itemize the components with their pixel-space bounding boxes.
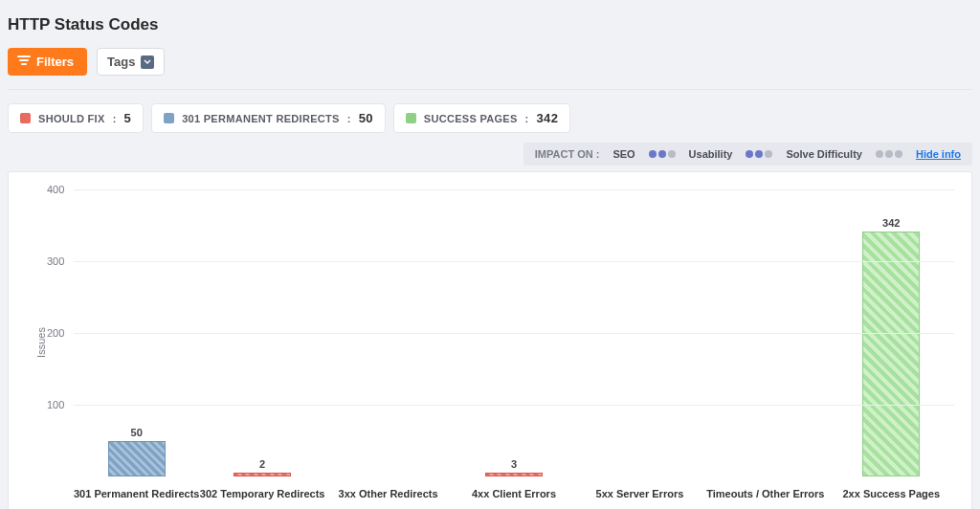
impact-usability-label: Usability — [689, 148, 733, 160]
gridline — [74, 261, 954, 262]
bar-value-label: 2 — [259, 458, 265, 470]
swatch-green — [406, 113, 416, 123]
y-tick-label: 400 — [47, 184, 64, 195]
legend-count: 50 — [359, 111, 373, 125]
impact-bar: IMPACT ON : SEO Usability Solve Difficul… — [523, 143, 972, 166]
filters-label: Filters — [36, 55, 74, 69]
bar[interactable]: 342 — [862, 232, 920, 477]
x-tick-label: 2xx Success Pages — [829, 488, 954, 499]
tags-label: Tags — [107, 55, 135, 69]
hide-info-link[interactable]: Hide info — [916, 148, 961, 160]
divider — [8, 89, 972, 90]
legend-count: 342 — [537, 111, 559, 125]
legend-pill-301[interactable]: 301 PERMANENT REDIRECTS: 50 — [151, 103, 386, 133]
bar-value-label: 342 — [882, 217, 900, 229]
gridline — [74, 405, 954, 406]
y-tick-label: 100 — [47, 399, 64, 410]
gridline — [74, 333, 954, 334]
toolbar: Filters Tags — [8, 48, 972, 76]
legend-label: 301 PERMANENT REDIRECTS — [182, 113, 340, 124]
legend-pill-should-fix[interactable]: SHOULD FIX: 5 — [8, 103, 144, 133]
plot-area: 5023342 100200300400 — [74, 189, 954, 476]
swatch-red — [20, 113, 31, 123]
legend-count: 5 — [124, 111, 132, 125]
bar[interactable]: 2 — [234, 473, 291, 476]
chart-panel: Issues 5023342 100200300400 301 Permanen… — [8, 171, 972, 509]
usability-rating-icon — [746, 150, 772, 158]
page-title: HTTP Status Codes — [8, 15, 972, 34]
x-tick-label: Timeouts / Other Errors — [702, 488, 828, 499]
seo-rating-icon — [649, 150, 676, 158]
y-tick-label: 200 — [47, 327, 64, 339]
tags-button[interactable]: Tags — [97, 48, 165, 76]
x-tick-label: 4xx Client Errors — [451, 488, 576, 499]
solve-rating-icon — [876, 150, 902, 158]
y-axis-label: Issues — [35, 327, 47, 358]
x-tick-label: 3xx Other Redirects — [325, 488, 451, 499]
legend-pill-success[interactable]: SUCCESS PAGES: 342 — [393, 103, 570, 133]
legend-label: SUCCESS PAGES — [424, 113, 518, 124]
impact-on-label: IMPACT ON : — [535, 148, 600, 160]
bar[interactable]: 50 — [108, 441, 166, 477]
bar-value-label: 50 — [131, 427, 143, 438]
chart: Issues 5023342 100200300400 301 Permanen… — [16, 180, 964, 505]
legend-row: SHOULD FIX: 5 301 PERMANENT REDIRECTS: 5… — [8, 103, 972, 133]
x-axis: 301 Permanent Redirects302 Temporary Red… — [74, 488, 954, 499]
bar[interactable]: 3 — [485, 473, 543, 476]
chevron-down-icon — [141, 55, 154, 69]
x-tick-label: 302 Temporary Redirects — [199, 488, 324, 499]
y-tick-label: 300 — [47, 255, 64, 267]
bar-value-label: 3 — [511, 458, 517, 470]
x-tick-label: 301 Permanent Redirects — [74, 488, 199, 499]
impact-seo-label: SEO — [612, 148, 635, 160]
swatch-blue — [164, 113, 174, 123]
impact-solve-label: Solve Difficulty — [786, 148, 861, 160]
legend-label: SHOULD FIX — [38, 113, 105, 124]
gridline — [74, 189, 954, 190]
filter-icon — [17, 55, 31, 69]
x-tick-label: 5xx Server Errors — [577, 488, 702, 499]
filters-button[interactable]: Filters — [8, 48, 87, 76]
